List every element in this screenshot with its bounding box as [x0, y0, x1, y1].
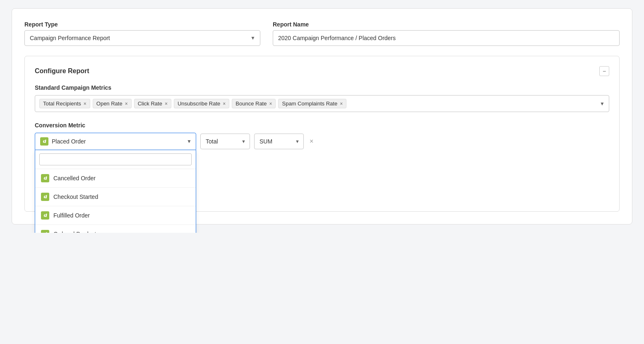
report-type-field: Report Type Campaign Performance Report …: [24, 21, 260, 46]
dropdown-item-checkout-started-text: Checkout Started: [53, 194, 98, 200]
dropdown-item-ordered-product-text: Ordered Product: [53, 231, 96, 233]
remove-total-recipients-icon[interactable]: ×: [84, 101, 87, 107]
remove-spam-complaints-icon[interactable]: ×: [340, 101, 343, 107]
svg-rect-0: [40, 137, 48, 146]
dropdown-search-input[interactable]: [39, 153, 192, 165]
report-type-label: Report Type: [24, 21, 260, 28]
metrics-dropdown-arrow-icon[interactable]: ▼: [600, 101, 605, 107]
conversion-dropdown: Placed Order ▼: [35, 133, 196, 150]
conversion-row: Placed Order ▼: [35, 133, 609, 150]
configure-header: Configure Report −: [35, 66, 609, 76]
dropdown-search-area: [35, 150, 196, 169]
remove-unsubscribe-rate-icon[interactable]: ×: [223, 101, 226, 107]
top-section: Report Type Campaign Performance Report …: [24, 21, 620, 46]
metric-tag-click-rate: Click Rate ×: [134, 99, 171, 108]
conversion-metric-label: Conversion Metric: [35, 122, 609, 129]
shopify-icon-cancelled: [41, 174, 49, 182]
standard-metrics-label: Standard Campaign Metrics: [35, 84, 609, 91]
conversion-selected-text: Placed Order: [52, 138, 86, 145]
collapse-minus-icon: −: [603, 68, 606, 74]
metric-tag-bounce-rate: Bounce Rate ×: [232, 99, 276, 108]
conversion-dropdown-box[interactable]: Placed Order ▼: [35, 133, 196, 150]
report-type-select[interactable]: Campaign Performance Report Email Perfor…: [24, 30, 260, 46]
dropdown-item-ordered-product[interactable]: Ordered Product: [35, 225, 196, 233]
sum-select-wrapper: SUM COUNT AVG ▼: [254, 134, 304, 149]
svg-rect-3: [41, 211, 49, 220]
total-select-wrapper: Total Unique ▼: [200, 134, 250, 149]
shopify-icon-ordered: [41, 230, 49, 233]
report-name-field: Report Name: [273, 21, 620, 46]
close-conversion-row-icon[interactable]: ×: [308, 136, 315, 147]
dropdown-item-fulfilled-order[interactable]: Fulfilled Order: [35, 206, 196, 225]
dropdown-item-cancelled-order-text: Cancelled Order: [53, 175, 96, 182]
dropdown-item-fulfilled-order-text: Fulfilled Order: [53, 212, 90, 219]
shopify-icon-selected: [40, 137, 48, 146]
remove-bounce-rate-icon[interactable]: ×: [269, 101, 272, 107]
page-wrapper: Report Type Campaign Performance Report …: [12, 8, 632, 225]
svg-rect-2: [41, 193, 49, 201]
collapse-icon[interactable]: −: [599, 66, 609, 76]
shopify-icon-fulfilled: [41, 211, 49, 220]
configure-title: Configure Report: [35, 67, 89, 75]
report-name-input[interactable]: [273, 30, 620, 46]
metric-tag-total-recipients: Total Recipients ×: [39, 99, 90, 108]
report-type-select-wrapper: Campaign Performance Report Email Perfor…: [24, 30, 260, 46]
metric-tag-open-rate: Open Rate ×: [93, 99, 132, 108]
metrics-container: Total Recipients × Open Rate × Click Rat…: [35, 95, 609, 112]
dropdown-item-cancelled-order[interactable]: Cancelled Order: [35, 169, 196, 188]
metric-tag-unsubscribe-rate: Unsubscribe Rate ×: [174, 99, 229, 108]
remove-open-rate-icon[interactable]: ×: [125, 101, 128, 107]
conversion-metric-section: Conversion Metric Placed Order ▼: [35, 122, 609, 150]
svg-rect-1: [41, 174, 49, 182]
svg-rect-4: [41, 230, 49, 233]
standard-metrics-section: Standard Campaign Metrics Total Recipien…: [35, 84, 609, 112]
shopify-icon-checkout: [41, 193, 49, 201]
metric-tag-spam-complaints: Spam Complaints Rate ×: [278, 99, 346, 108]
dropdown-item-checkout-started[interactable]: Checkout Started: [35, 188, 196, 206]
conversion-dropdown-arrow-icon: ▼: [187, 139, 192, 144]
total-select[interactable]: Total Unique: [200, 134, 250, 149]
configure-section: Configure Report − Standard Campaign Met…: [24, 56, 620, 212]
remove-click-rate-icon[interactable]: ×: [165, 101, 168, 107]
conversion-dropdown-menu: Cancelled Order Checkout Started: [35, 150, 196, 233]
report-name-label: Report Name: [273, 21, 620, 28]
sum-select[interactable]: SUM COUNT AVG: [254, 134, 304, 149]
